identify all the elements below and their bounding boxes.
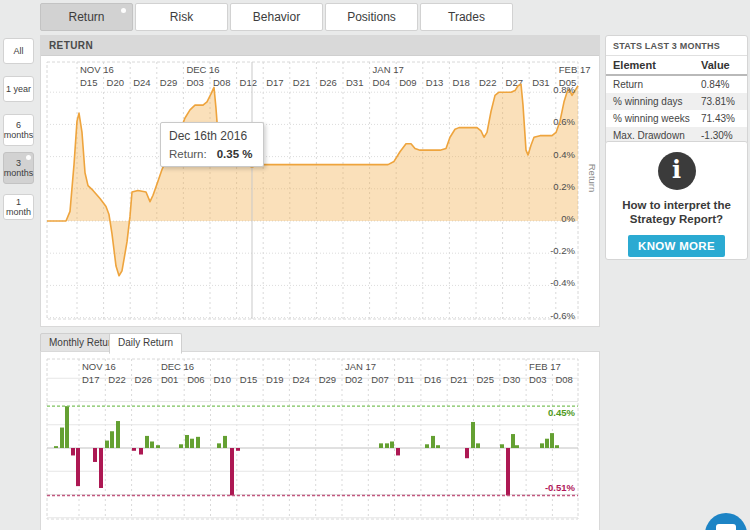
chart-tooltip: Dec 16th 2016 Return:0.35 % [160,122,264,167]
svg-text:DEC 16: DEC 16 [186,64,219,75]
svg-text:D22: D22 [108,374,125,385]
info-icon: i [658,152,696,190]
svg-text:D29: D29 [319,374,336,385]
svg-text:NOV 16: NOV 16 [82,361,116,372]
svg-text:D12: D12 [240,77,257,88]
tab-positions-label: Positions [347,10,396,24]
sidebar-item-6months[interactable]: 6 months [3,114,34,146]
svg-text:FEB 17: FEB 17 [559,64,591,75]
tooltip-label: Return: [169,148,207,160]
svg-text:D31: D31 [532,77,549,88]
know-more-button[interactable]: KNOW MORE [628,235,725,257]
sidebar-item-all[interactable]: All [3,38,34,64]
active-dot [121,8,126,13]
svg-text:DEC 16: DEC 16 [161,361,194,372]
tooltip-date: Dec 16th 2016 [169,129,255,143]
svg-text:D08: D08 [555,374,572,385]
svg-text:D03: D03 [186,77,203,88]
svg-text:JAN 17: JAN 17 [373,64,404,75]
svg-text:D03: D03 [529,374,546,385]
svg-text:D24: D24 [292,374,309,385]
svg-text:D24: D24 [133,77,150,88]
svg-text:D25: D25 [477,374,494,385]
svg-text:D17: D17 [266,77,283,88]
stat-label: % winning weeks [613,113,701,124]
sidebar-item-1month[interactable]: 1 month [3,194,34,220]
info-text-line1: How to interpret the [606,198,747,212]
svg-text:D26: D26 [135,374,152,385]
chat-widget-button[interactable] [705,513,747,530]
tab-positions[interactable]: Positions [325,3,418,31]
svg-text:D04: D04 [373,77,390,88]
svg-text:D10: D10 [214,374,231,385]
svg-text:0%: 0% [561,213,575,224]
svg-text:FEB 17: FEB 17 [529,361,561,372]
stat-value: 71.43% [701,113,740,124]
svg-text:D30: D30 [503,374,520,385]
tab-risk-label: Risk [170,10,193,24]
tab-behavior[interactable]: Behavior [230,3,323,31]
tab-trades[interactable]: Trades [420,3,513,31]
svg-text:D13: D13 [426,77,443,88]
stats-header-row: Element Value [606,56,747,76]
sidebar-item-3months[interactable]: 3 months [3,152,34,184]
svg-text:D01: D01 [161,374,178,385]
return-panel-header: RETURN [41,36,599,56]
tab-daily-return[interactable]: Daily Return [109,333,182,354]
svg-text:D21: D21 [450,374,467,385]
stat-label: % winning days [613,96,701,107]
stat-value: -1.30% [701,130,740,141]
svg-text:0.8%: 0.8% [553,84,575,95]
table-row: % winning days 73.81% [606,93,747,110]
stat-value: 0.84% [701,79,740,90]
tab-return[interactable]: Return [40,3,133,31]
svg-text:D09: D09 [399,77,416,88]
svg-text:D02: D02 [345,374,362,385]
svg-text:-0.4%: -0.4% [550,277,575,288]
strategy-report-info-box: i How to interpret the Strategy Report? … [605,141,748,260]
svg-text:D11: D11 [398,374,415,385]
svg-text:-0.51%: -0.51% [545,482,576,493]
svg-text:D07: D07 [371,374,388,385]
table-row: % winning weeks 71.43% [606,110,747,127]
tab-return-label: Return [68,10,104,24]
return-area-chart[interactable]: NOV 16DEC 16JAN 17FEB 17D15D20D24D29D03D… [40,55,600,326]
stats-panel: STATS LAST 3 MONTHS Element Value Return… [605,35,748,145]
return-panel: RETURN NOV 16DEC 16JAN 17FEB 17D15D20D24… [40,35,600,327]
svg-text:Return: Return [587,164,598,193]
svg-text:D20: D20 [107,77,124,88]
stat-label: Max. Drawdown [613,130,701,141]
svg-text:D15: D15 [80,77,97,88]
table-row: Return 0.84% [606,76,747,93]
svg-text:0.4%: 0.4% [553,149,575,160]
sidebar-item-1year[interactable]: 1 year [3,76,34,102]
svg-text:-0.6%: -0.6% [550,310,575,321]
stats-col-element: Element [613,59,701,71]
tab-trades-label: Trades [448,10,485,24]
tab-risk[interactable]: Risk [135,3,228,31]
svg-text:0.2%: 0.2% [553,181,575,192]
svg-text:D31: D31 [346,77,363,88]
svg-text:D21: D21 [293,77,310,88]
tab-behavior-label: Behavior [253,10,300,24]
sidebar-item-3months-label: 3 months [4,158,34,178]
svg-text:NOV 16: NOV 16 [80,64,114,75]
svg-text:JAN 17: JAN 17 [345,361,376,372]
svg-text:D29: D29 [160,77,177,88]
svg-text:D19: D19 [266,374,283,385]
svg-text:D17: D17 [82,374,99,385]
svg-text:D22: D22 [479,77,496,88]
svg-text:D26: D26 [319,77,336,88]
stat-value: 73.81% [701,96,740,107]
daily-return-bar-chart[interactable]: NOV 16DEC 16JAN 17FEB 17D17D22D26D01D06D… [40,352,600,530]
svg-text:D08: D08 [213,77,230,88]
svg-text:D16: D16 [424,374,441,385]
svg-text:-0.2%: -0.2% [550,245,575,256]
svg-text:D15: D15 [240,374,257,385]
stats-title: STATS LAST 3 MONTHS [606,36,747,56]
svg-text:D06: D06 [187,374,204,385]
svg-text:0.45%: 0.45% [548,407,575,418]
info-text-line2: Strategy Report? [606,212,747,226]
svg-text:0.6%: 0.6% [553,116,575,127]
stats-col-value: Value [701,59,740,71]
